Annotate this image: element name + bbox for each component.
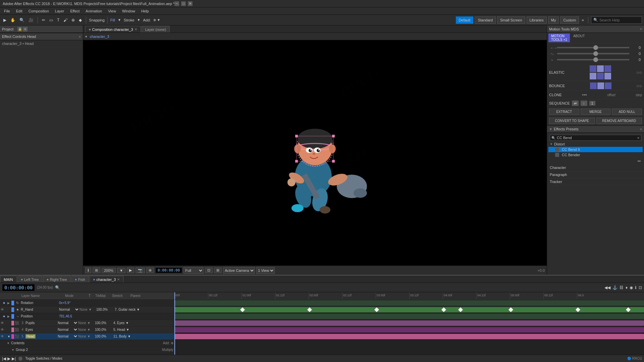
menu-layer[interactable]: Layer	[52, 8, 67, 14]
tab-composition[interactable]: ■ Composition character_3 ✕	[85, 26, 141, 33]
row-vis-eyes[interactable]: 👁	[1, 328, 7, 331]
elastic-cell-5[interactable]	[597, 73, 604, 79]
elastic-cell-4[interactable]	[590, 73, 596, 79]
tab-comp-close[interactable]: ✕	[135, 27, 137, 31]
toolbar-puppet[interactable]: ◆	[77, 16, 83, 24]
extract-button[interactable]: EXTRACT	[549, 109, 579, 115]
slider-track-3[interactable]	[557, 59, 629, 60]
effect-cc-bend-it[interactable]: CC Bend It	[548, 147, 643, 152]
maximize-button[interactable]: □	[181, 1, 186, 6]
tl-parent[interactable]: ⛓	[620, 285, 624, 290]
row-mode-rhand[interactable]: Normal	[58, 307, 79, 312]
toolbar-stamp[interactable]: ⊕	[70, 16, 76, 24]
row-mode-head[interactable]: Normal	[56, 334, 78, 339]
comp-info[interactable]: ℹ	[85, 267, 91, 273]
menu-file[interactable]: File	[1, 8, 13, 14]
project-lock[interactable]: 🔒	[17, 27, 22, 32]
workspace-more[interactable]: »	[580, 16, 585, 24]
bounce-cell-2[interactable]	[597, 82, 604, 89]
track-area[interactable]: 00f 00:12f 01:00f 01:12f 02:00f 02:12f 0…	[174, 292, 644, 355]
tab-about[interactable]: ABOUT	[571, 34, 587, 42]
bounce-radio[interactable]: ○○	[636, 83, 642, 88]
effects-presets-menu[interactable]: ≡	[640, 127, 642, 131]
effects-search-clear[interactable]: ✕	[637, 136, 640, 140]
effect-controls-menu[interactable]: ≡	[79, 35, 81, 39]
merge-button[interactable]: MERGE	[581, 109, 611, 115]
project-settings[interactable]: ≡	[23, 27, 28, 32]
tl-anchor[interactable]: ⚓	[612, 285, 618, 290]
pixel-ratio-toggle[interactable]: ⊞	[214, 267, 222, 273]
row-vis-pupils[interactable]: 👁	[1, 321, 7, 325]
bounce-cell-1[interactable]	[590, 82, 597, 89]
menu-composition[interactable]: Composition	[26, 8, 52, 14]
row-parent-rhand[interactable]: 7. Guitar neck ▼	[115, 308, 140, 311]
workspace-custom[interactable]: Custom	[560, 16, 579, 24]
menu-help[interactable]: Help	[139, 8, 152, 14]
workspace-libraries[interactable]: Libraries	[527, 16, 547, 24]
row-mode-eyes[interactable]: Normal	[56, 327, 78, 332]
row-parent-eyes[interactable]: 5. Head ▼	[113, 328, 129, 331]
toolbar-rect[interactable]: ▭	[48, 16, 54, 24]
tab-fish[interactable]: ■ Fish	[71, 276, 89, 283]
group2-toggle[interactable]: ▼	[11, 348, 14, 352]
tl-prev-kf[interactable]: |◀	[2, 356, 6, 361]
elastic-cell-2[interactable]	[597, 65, 604, 72]
slider-track-2[interactable]	[557, 53, 629, 54]
comp-camera-icon[interactable]: 📷	[136, 267, 145, 273]
playhead[interactable]	[174, 292, 175, 299]
toolbar-brush[interactable]: 🖌	[62, 16, 69, 24]
add-options[interactable]: ⊕ ▼	[152, 16, 162, 24]
comp-sub-tab-label[interactable]: character_3	[90, 35, 109, 39]
convert-shape-button[interactable]: CONVERT TO SHAPE	[549, 118, 595, 124]
tl-extra[interactable]: ⊡	[639, 285, 642, 290]
tl-next-kf[interactable]: ▶|	[12, 356, 16, 361]
tl-toggle-switches[interactable]: Toggle Switches / Modes	[25, 357, 62, 360]
elastic-cell-1[interactable]	[590, 65, 596, 72]
fill-options[interactable]: ▼	[116, 16, 122, 24]
comp-mask[interactable]: ⊕	[146, 267, 154, 273]
paragraph-section[interactable]: Paragraph	[547, 171, 644, 178]
remove-artboard-button[interactable]: REMOVE ARTBOARD	[596, 118, 642, 124]
tab-main[interactable]: MAIN	[0, 276, 17, 283]
comp-grid[interactable]: ⊞	[93, 267, 100, 273]
layer-row-rotation[interactable]: ◆ ▶ ↻ Rotation 0x+5.9°	[0, 300, 174, 306]
elastic-cell-3[interactable]	[604, 65, 611, 72]
row-expand-head[interactable]: ▼	[7, 335, 11, 338]
row-vis-head[interactable]: 👁	[1, 335, 7, 338]
menu-animation[interactable]: Animation	[83, 8, 105, 14]
tab-character3-close[interactable]: ✕	[117, 278, 120, 281]
distort-category[interactable]: ▼ Distort	[548, 141, 643, 147]
elastic-cell-6[interactable]	[604, 73, 611, 79]
clone-dots[interactable]: •••	[582, 92, 587, 98]
menu-edit[interactable]: Edit	[13, 8, 25, 14]
sequence-arrows-1[interactable]: ⇄	[572, 101, 579, 106]
toolbar-text[interactable]: T	[56, 16, 61, 24]
motion-tools-menu[interactable]: ≡	[640, 27, 642, 31]
tab-left-tree[interactable]: ■ Left Tree	[17, 276, 43, 283]
row-mode-pupils[interactable]: Normal	[56, 321, 78, 325]
bounce-cell-3[interactable]	[605, 82, 611, 89]
layer-row-eyes[interactable]: 👁 ⬛ 4 Eyes Normal None ▼ 100.0% 5. Head …	[0, 326, 174, 333]
toolbar-pen[interactable]: ✏	[41, 16, 47, 24]
camera-select[interactable]: Active Camera	[223, 267, 255, 274]
tl-solo[interactable]: ◉	[630, 285, 633, 290]
tl-play-stop[interactable]: ▶	[7, 356, 10, 361]
layer-row-position[interactable]: ◆ ▶ ↔ Position 781,46.6	[0, 313, 174, 320]
effects-presets-toggle[interactable]: ▼	[549, 127, 552, 131]
workspace-my[interactable]: My	[548, 16, 559, 24]
row-expand-rotation[interactable]: ▶	[7, 301, 11, 305]
comp-play[interactable]: ▶	[127, 267, 134, 273]
transparency-toggle[interactable]: ⊡	[205, 267, 213, 273]
slider-thumb-2[interactable]	[593, 51, 598, 56]
contents-toggle[interactable]: ▼	[7, 342, 10, 345]
row-parent-head[interactable]: 11. Body ▼	[113, 335, 131, 338]
layer-row-head[interactable]: 👁 ▼ ⬛ 5 Head Normal None ▼ 100.0% 11. Bo…	[0, 333, 174, 340]
menu-effect[interactable]: Effect	[67, 8, 82, 14]
tracker-section[interactable]: Tracker	[547, 178, 644, 185]
elastic-radio[interactable]: ○○	[636, 70, 642, 75]
distort-toggle[interactable]: ▼	[550, 142, 553, 146]
layer-row-rhand[interactable]: 👁 ★ R_Hand Normal None ▼ 100.0% 7. Guita…	[0, 306, 174, 313]
character-section[interactable]: Character	[547, 164, 644, 171]
row-vis-rhand[interactable]: 👁	[1, 308, 7, 311]
sequence-arrows-2[interactable]: ↕	[581, 101, 587, 106]
